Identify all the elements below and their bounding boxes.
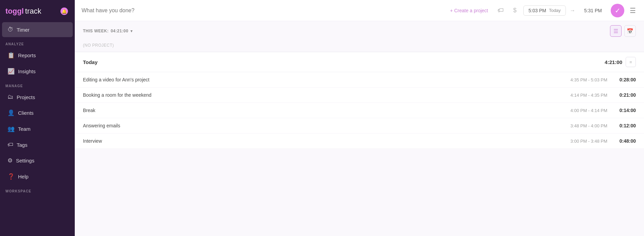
today-label: Today [549,8,561,13]
reports-label: Reports [18,52,36,58]
time-range-box[interactable]: 5:03 PM Today [523,5,566,16]
clients-icon: 👤 [7,109,15,116]
entry-time-range: 3:00 PM - 3:48 PM [571,139,607,144]
day-header: Today 4:21:00 ≡ [75,52,644,72]
insights-icon: 📈 [7,68,15,75]
sidebar-logo: toggl track 🔔 [0,0,75,22]
sidebar-item-timer[interactable]: ⏱ Timer [2,22,73,37]
timer-label: Timer [17,27,30,33]
day-section: Today 4:21:00 ≡ Editing a video for Ann'… [75,52,644,149]
hamburger-icon: ☰ [630,7,636,14]
day-name: Today [83,59,98,65]
sidebar-item-reports[interactable]: 📋 Reports [2,48,73,63]
entry-duration: 0:28:00 [615,77,636,82]
insights-label: Insights [18,68,36,74]
time-entry-row[interactable]: Editing a video for Ann's project 4:35 P… [75,72,644,88]
time-entry-row[interactable]: Interview 3:00 PM - 3:48 PM 0:48:00 [75,133,644,149]
entry-duration: 0:14:00 [615,108,636,113]
time-entry-input[interactable] [82,7,443,14]
notification-icon: 🔔 [60,7,68,15]
notification-button[interactable]: 🔔 [59,6,69,16]
clients-label: Clients [18,110,34,116]
sidebar-item-projects[interactable]: 🗂 Projects [2,90,73,105]
entry-duration: 0:48:00 [615,138,636,144]
end-time: 5:31 PM [579,6,607,15]
sidebar-item-clients[interactable]: 👤 Clients [2,105,73,121]
time-entry-row[interactable]: Break 4:00 PM - 4:14 PM 0:14:00 [75,103,644,118]
workspace-section-label: WORKSPACE [0,185,75,194]
view-toggle: ☰ 📅 [610,25,636,37]
entry-time-range: 4:00 PM - 4:14 PM [571,108,607,113]
entry-right: 4:00 PM - 4:14 PM 0:14:00 [571,108,636,113]
expand-icon: ≡ [629,60,632,65]
timer-icon: ⏱ [7,26,13,33]
entry-name: Break [83,108,95,113]
entry-right: 3:00 PM - 3:48 PM 0:48:00 [571,138,636,144]
help-icon: ❓ [7,173,15,180]
start-time: 5:03 PM [528,8,546,13]
entry-right: 4:14 PM - 4:35 PM 0:21:00 [571,92,636,98]
reports-icon: 📋 [7,52,15,59]
sidebar-item-insights[interactable]: 📈 Insights [2,64,73,79]
entry-name: Editing a video for Ann's project [83,77,150,82]
entry-name: Booking a room for the weekend [83,92,152,98]
time-entry-row[interactable]: Booking a room for the weekend 4:14 PM -… [75,88,644,103]
settings-label: Settings [16,158,34,163]
day-total-time: 4:21:00 [605,59,622,65]
team-icon: 👥 [7,125,15,132]
dollar-icon: $ [513,7,517,14]
week-bar: THIS WEEK: 04:21:00 ▾ ☰ 📅 [75,21,644,41]
list-view-icon: ☰ [613,28,618,34]
manage-section-label: MANAGE [0,79,75,89]
entry-time-range: 3:48 PM - 4:00 PM [571,123,607,128]
sidebar-item-help[interactable]: ❓ Help [2,169,73,184]
tag-button[interactable]: 🏷 [495,5,506,15]
time-entry-row[interactable]: Answering emails 3:48 PM - 4:00 PM 0:12:… [75,118,644,133]
billable-button[interactable]: $ [510,5,519,15]
no-project-label: (NO PROJECT) [75,41,644,52]
content-area: THIS WEEK: 04:21:00 ▾ ☰ 📅 (NO PROJECT) T… [75,21,644,236]
start-timer-button[interactable]: ✓ [611,4,624,17]
entry-name: Answering emails [83,123,120,128]
tags-icon: 🏷 [7,141,13,148]
entry-duration: 0:21:00 [615,92,636,98]
help-label: Help [18,174,29,179]
arrow-icon: → [570,7,575,14]
topbar: + Create a project 🏷 $ 5:03 PM Today → 5… [75,0,644,21]
check-icon: ✓ [615,6,621,15]
calendar-view-icon: 📅 [627,28,633,34]
sidebar-item-settings[interactable]: ⚙ Settings [2,153,73,168]
logo-toggl: toggl [5,7,24,16]
week-summary: THIS WEEK: 04:21:00 ▾ [83,29,133,33]
main-content: + Create a project 🏷 $ 5:03 PM Today → 5… [75,0,644,236]
tag-icon: 🏷 [498,7,504,14]
entry-name: Interview [83,138,102,144]
logo-track: track [25,7,41,16]
projects-label: Projects [17,94,35,100]
entry-right: 4:35 PM - 5:03 PM 0:28:00 [571,77,636,82]
create-project-label: + Create a project [450,8,488,13]
team-label: Team [18,126,31,132]
entry-time-range: 4:35 PM - 5:03 PM [571,77,607,82]
sidebar-item-team[interactable]: 👥 Team [2,121,73,137]
expand-button[interactable]: ≡ [626,57,636,67]
week-dropdown-arrow[interactable]: ▾ [130,29,133,33]
projects-icon: 🗂 [7,94,13,100]
create-project-button[interactable]: + Create a project [447,6,491,15]
entry-time-range: 4:14 PM - 4:35 PM [571,93,607,98]
entry-duration: 0:12:00 [615,123,636,128]
week-label: THIS WEEK: [83,29,109,33]
entries-list: Editing a video for Ann's project 4:35 P… [75,72,644,149]
menu-button[interactable]: ☰ [628,5,637,16]
week-total: 04:21:00 [111,29,128,33]
calendar-view-button[interactable]: 📅 [624,25,636,37]
analyze-section-label: ANALYZE [0,37,75,47]
tags-label: Tags [17,142,28,148]
list-view-button[interactable]: ☰ [610,25,622,37]
day-total: 4:21:00 ≡ [605,57,636,67]
logo: toggl track [5,7,41,16]
entry-right: 3:48 PM - 4:00 PM 0:12:00 [571,123,636,128]
settings-icon: ⚙ [7,157,13,164]
sidebar: toggl track 🔔 ⏱ Timer ANALYZE 📋 Reports … [0,0,75,236]
sidebar-item-tags[interactable]: 🏷 Tags [2,137,73,152]
